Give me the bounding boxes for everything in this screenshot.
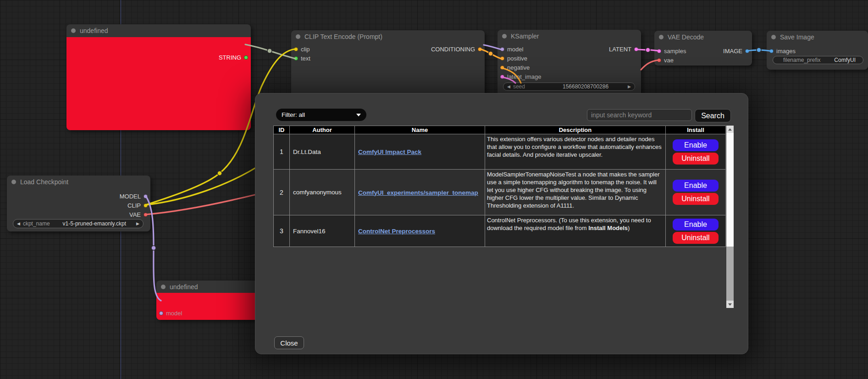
node-error-body: STRING [66, 37, 251, 130]
filename-widget-label: filename_prefix [783, 57, 820, 63]
node-collapse-dot[interactable] [296, 34, 300, 39]
scrollbar-thumb[interactable] [726, 133, 734, 247]
node-load-checkpoint[interactable]: Load Checkpoint MODEL CLIP VAE ◀ ckpt_na… [7, 176, 150, 231]
reroute-dot[interactable] [488, 51, 493, 56]
output-slot-model[interactable] [144, 194, 148, 198]
node-title: CLIP Text Encode (Prompt) [304, 33, 382, 40]
cell-description: ModelSamplerTonemapNoiseTest a node that… [485, 170, 666, 215]
scroll-down-icon[interactable] [726, 301, 734, 308]
output-slot-string[interactable] [244, 55, 248, 60]
node-collapse-dot[interactable] [161, 285, 166, 289]
table-scrollbar[interactable] [726, 126, 734, 308]
filter-dropdown[interactable]: Filter: all [276, 109, 366, 121]
node-clip-text-encode[interactable]: CLIP Text Encode (Prompt) clip CONDITION… [291, 30, 485, 94]
reroute-dot[interactable] [151, 246, 156, 250]
node-title-bar[interactable]: KSampler [498, 30, 641, 43]
enable-button[interactable]: Enable [673, 180, 719, 192]
extension-link[interactable]: ComfyUI_experiments/sampler_tonemap [358, 189, 478, 196]
extension-link[interactable]: ControlNet Preprocessors [358, 228, 435, 235]
reroute-dot[interactable] [646, 48, 650, 52]
output-label-clip: CLIP [127, 202, 141, 209]
next-arrow-icon[interactable]: ▶ [136, 222, 139, 226]
filter-dropdown-label: Filter: all [282, 111, 305, 118]
cell-author: Fannovel16 [290, 215, 355, 247]
node-vae-decode[interactable]: VAE Decode samples IMAGE vae [654, 31, 752, 66]
seed-widget[interactable]: ◀ seed 156680208700286 ▶ [503, 82, 635, 91]
header-name: Name [355, 126, 485, 134]
node-undefined-bottom[interactable]: undefined model [156, 280, 260, 320]
reroute-dot[interactable] [757, 48, 761, 52]
increment-arrow-icon[interactable]: ▶ [628, 85, 631, 89]
uninstall-button[interactable]: Uninstall [673, 153, 719, 165]
reroute-dot[interactable] [267, 49, 272, 53]
search-button[interactable]: Search [695, 109, 731, 122]
slot-label-negative: negative [507, 64, 530, 71]
node-title-bar[interactable]: Load Checkpoint [7, 176, 150, 188]
node-collapse-dot[interactable] [659, 35, 663, 39]
enable-button[interactable]: Enable [673, 139, 719, 151]
table-header-row: ID Author Name Description Install [274, 126, 726, 134]
filename-widget-value: ComfyUI [834, 57, 856, 63]
output-slot-vae[interactable] [144, 213, 148, 217]
table-row: 1 Dr.Lt.Data ComfyUI Impact Pack This ex… [274, 134, 726, 170]
input-slot-vae[interactable] [657, 58, 661, 62]
ckpt-name-widget[interactable]: ◀ ckpt_name v1-5-pruned-emaonly.ckpt ▶ [13, 219, 144, 228]
input-slot-model[interactable] [500, 47, 504, 51]
seed-widget-label: seed [513, 83, 525, 90]
output-label-latent: LATENT [609, 46, 631, 53]
node-title: VAE Decode [668, 33, 704, 41]
input-slot-text[interactable] [294, 56, 298, 60]
input-slot-latent-image[interactable] [500, 75, 504, 79]
node-save-image[interactable]: Save Image images filename_prefix ComfyU… [767, 31, 868, 70]
node-collapse-dot[interactable] [502, 34, 507, 38]
slot-label-model: model [507, 46, 523, 53]
output-slot-clip[interactable] [144, 203, 148, 208]
input-slot-clip[interactable] [294, 47, 298, 51]
cell-author: Dr.Lt.Data [290, 134, 355, 170]
output-slot-latent[interactable] [634, 47, 638, 51]
filename-prefix-widget[interactable]: filename_prefix ComfyUI [773, 56, 863, 64]
prev-arrow-icon[interactable]: ◀ [17, 222, 20, 226]
input-slot-samples[interactable] [657, 49, 661, 53]
header-id: ID [274, 126, 290, 134]
input-slot-negative[interactable] [500, 66, 504, 70]
reroute-dot[interactable] [217, 171, 222, 176]
node-error-body: model [156, 293, 260, 320]
input-slot-images[interactable] [769, 49, 774, 53]
output-slot-conditioning[interactable] [478, 47, 482, 51]
node-title: Load Checkpoint [20, 178, 68, 186]
node-collapse-dot[interactable] [11, 180, 16, 184]
slot-label-latent-image: latent_image [507, 73, 541, 80]
close-button[interactable]: Close [274, 336, 304, 349]
extension-link[interactable]: ComfyUI Impact Pack [358, 148, 421, 155]
input-slot-positive[interactable] [500, 56, 504, 60]
enable-button[interactable]: Enable [673, 219, 719, 231]
uninstall-button[interactable]: Uninstall [673, 193, 719, 205]
node-title-bar[interactable]: CLIP Text Encode (Prompt) [291, 30, 485, 43]
scroll-up-icon[interactable] [726, 126, 734, 133]
node-title: KSampler [511, 33, 539, 40]
graph-canvas[interactable]: undefined STRING CLIP Text Encode (Promp… [0, 0, 868, 379]
output-slot-image[interactable] [745, 49, 749, 53]
node-title-bar[interactable]: VAE Decode [654, 31, 752, 44]
decrement-arrow-icon[interactable]: ◀ [507, 85, 510, 89]
uninstall-button[interactable]: Uninstall [673, 232, 719, 244]
cell-description: This extension offers various detector n… [485, 134, 666, 170]
ckpt-widget-value: v1-5-pruned-emaonly.ckpt [63, 220, 127, 227]
cell-id: 3 [274, 215, 290, 247]
output-label-string: STRING [219, 54, 241, 61]
node-undefined-top[interactable]: undefined STRING [66, 24, 251, 130]
output-label-model: MODEL [120, 193, 141, 200]
slot-label-vae: vae [664, 57, 674, 64]
table-row: 3 Fannovel16 ControlNet Preprocessors Co… [274, 215, 726, 247]
header-install: Install [666, 126, 726, 134]
node-ksampler[interactable]: KSampler model LATENT positive negative … [498, 30, 641, 94]
node-collapse-dot[interactable] [71, 28, 76, 33]
node-collapse-dot[interactable] [771, 35, 776, 39]
node-title-bar[interactable]: undefined [156, 280, 260, 293]
node-title-bar[interactable]: Save Image [767, 31, 868, 44]
input-slot-model[interactable] [159, 311, 163, 315]
search-input[interactable] [587, 109, 692, 121]
extension-manager-dialog: Filter: all Search ID Author Name Descri… [255, 93, 748, 354]
node-title-bar[interactable]: undefined [66, 24, 251, 37]
